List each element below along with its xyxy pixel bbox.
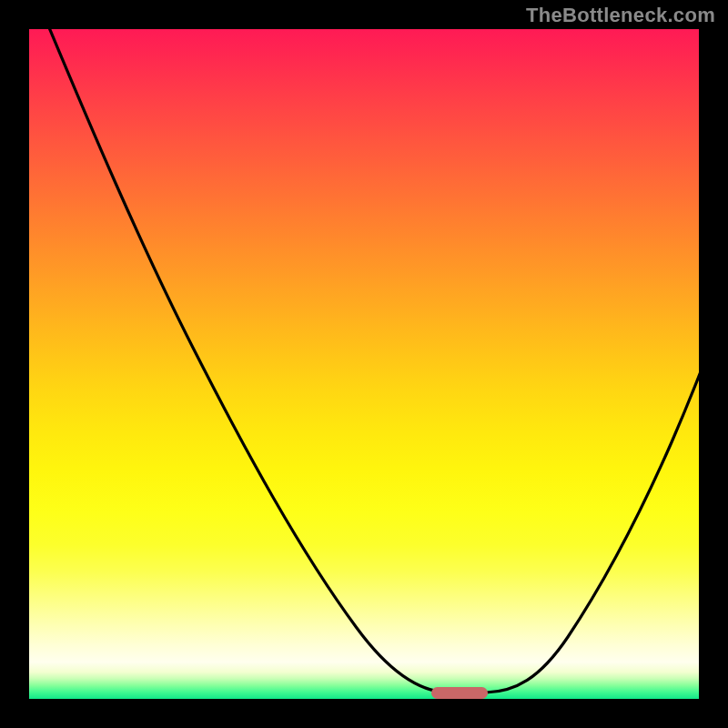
- plot-area: [29, 29, 699, 699]
- selection-marker: [431, 687, 488, 699]
- bottleneck-curve: [29, 29, 699, 699]
- chart-frame: TheBottleneck.com: [0, 0, 728, 728]
- watermark-text: TheBottleneck.com: [526, 4, 715, 27]
- curve-path: [44, 29, 699, 693]
